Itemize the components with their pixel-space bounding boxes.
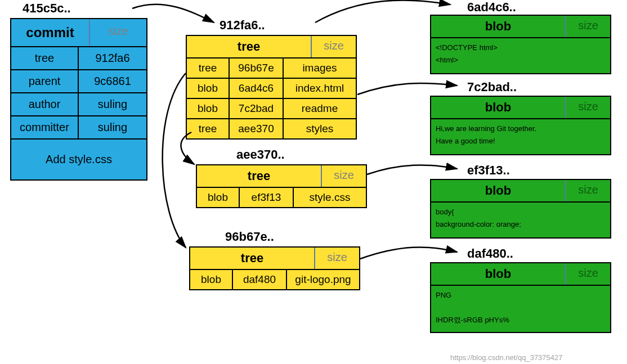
commit-object: commit size tree912fa6 parent9c6861 auth…: [10, 18, 147, 181]
commit-type: commit: [11, 19, 89, 46]
blob-size: size: [565, 16, 610, 37]
tree-entry-name: git-logo.png: [287, 270, 359, 289]
commit-row-key: author: [11, 93, 79, 115]
watermark: https://blog.csdn.net/qq_37375427: [450, 353, 563, 362]
blob-object: blob size Hi,we are learning Git togethe…: [430, 96, 611, 155]
tree-object: tree size blobdaf480git-logo.png: [189, 246, 360, 290]
tree-entry-name: readme: [284, 99, 356, 118]
blob-size: size: [565, 263, 610, 285]
blob-type: blob: [431, 180, 565, 201]
blob-hash-label: 7c2bad..: [467, 80, 517, 95]
commit-row-val: 9c6861: [79, 70, 146, 92]
commit-row-key: parent: [11, 70, 79, 92]
blob-hash-label: ef3f13..: [467, 163, 510, 178]
commit-row-key: tree: [11, 47, 79, 69]
tree-size: size: [321, 165, 366, 187]
tree-hash-label: 96b67e..: [225, 230, 274, 244]
tree-type: tree: [190, 248, 314, 269]
tree-entry-hash: 7c2bad: [230, 99, 284, 118]
tree-entry-hash: 6ad4c6: [230, 79, 284, 98]
blob-hash-label: daf480..: [467, 246, 513, 261]
tree-size: size: [314, 248, 359, 269]
commit-hash-label: 415c5c..: [23, 1, 71, 16]
blob-body: body{ background-color: orange;: [431, 203, 610, 237]
tree-entry-hash: ef3f13: [240, 188, 294, 207]
blob-object: blob size PNG IHDR렸-sRGB pHYs%: [430, 262, 611, 333]
blob-body: <!DOCTYPE html> <html>: [431, 38, 610, 73]
tree-entry-hash: aee370: [230, 119, 284, 138]
tree-entry-type: blob: [197, 188, 240, 207]
blob-size: size: [565, 97, 610, 118]
tree-entry-name: images: [284, 59, 356, 78]
tree-entry-type: tree: [187, 119, 230, 138]
commit-size: size: [89, 19, 146, 46]
tree-hash-label: 912fa6..: [220, 18, 265, 33]
tree-type: tree: [197, 165, 321, 187]
tree-entry-name: style.css: [294, 188, 366, 207]
tree-object: tree size tree96b67eimages blob6ad4c6ind…: [186, 35, 357, 140]
tree-type: tree: [187, 36, 311, 57]
tree-entry-hash: daf480: [233, 270, 287, 289]
blob-hash-label: 6ad4c6..: [467, 0, 516, 15]
tree-size: size: [311, 36, 356, 57]
tree-entry-hash: 96b67e: [230, 59, 284, 78]
tree-hash-label: aee370..: [236, 147, 285, 162]
blob-size: size: [565, 180, 610, 201]
tree-entry-name: index.html: [284, 79, 356, 98]
tree-entry-type: tree: [187, 59, 230, 78]
commit-message: Add style.css: [11, 140, 146, 179]
blob-body: Hi,we are learning Git together. Have a …: [431, 119, 610, 154]
commit-row-val: suling: [79, 93, 146, 115]
tree-entry-type: blob: [187, 79, 230, 98]
blob-type: blob: [431, 16, 565, 37]
blob-object: blob size body{ background-color: orange…: [430, 179, 611, 239]
commit-row-val: suling: [79, 116, 146, 138]
commit-row-key: committer: [11, 116, 79, 138]
blob-body: PNG IHDR렸-sRGB pHYs%: [431, 286, 610, 332]
blob-object: blob size <!DOCTYPE html> <html>: [430, 15, 611, 74]
blob-type: blob: [431, 97, 565, 118]
tree-entry-type: blob: [187, 99, 230, 118]
tree-entry-name: styles: [284, 119, 356, 138]
tree-entry-type: blob: [190, 270, 233, 289]
tree-object: tree size blobef3f13style.css: [196, 164, 367, 208]
commit-row-val: 912fa6: [79, 47, 146, 69]
blob-type: blob: [431, 263, 565, 285]
